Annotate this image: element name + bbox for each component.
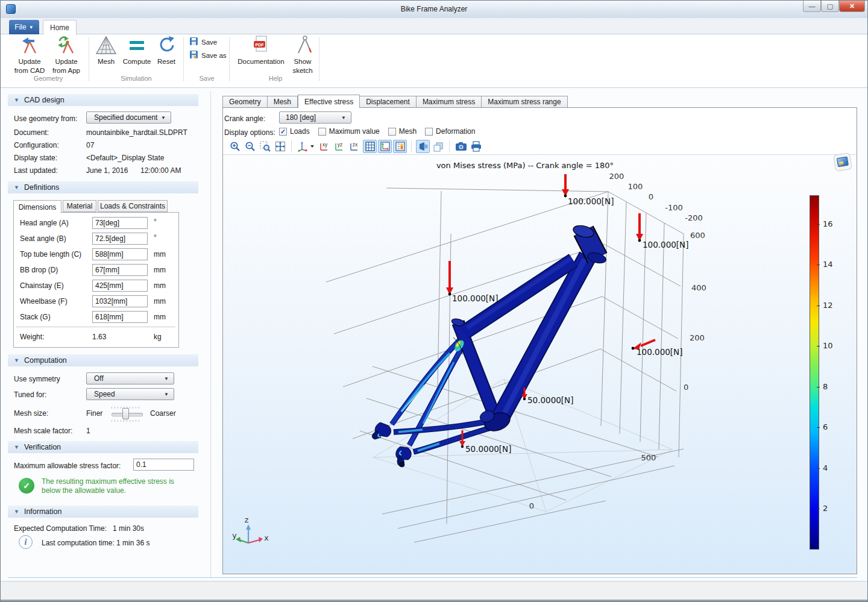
- axis-grid-wireframe: [326, 188, 684, 542]
- tab-maximum-stress[interactable]: Maximum stress: [417, 96, 482, 108]
- maximize-button[interactable]: ▢: [821, 1, 839, 12]
- configuration-value: 07: [86, 141, 94, 149]
- show-grid-icon[interactable]: [363, 140, 377, 153]
- tuned-for-dropdown[interactable]: Speed ▼: [86, 388, 174, 400]
- section-cad-design[interactable]: ▼ CAD design: [8, 94, 198, 106]
- checkbox-maximum-value[interactable]: Maximum value: [318, 127, 380, 136]
- display-options-label: Display options:: [224, 128, 275, 137]
- compute-button[interactable]: Compute: [121, 36, 153, 66]
- svg-text:-100: -100: [665, 203, 683, 212]
- tab-dimensions[interactable]: Dimensions: [13, 200, 61, 213]
- minimize-button[interactable]: —: [803, 1, 821, 12]
- close-button[interactable]: ✕: [839, 1, 865, 12]
- window-title: Bike Frame Analyzer: [1, 5, 867, 13]
- crank-angle-dropdown[interactable]: 180 [deg] ▼: [279, 111, 351, 124]
- view-zx-icon[interactable]: zx: [348, 140, 362, 153]
- show-axes-icon[interactable]: [378, 140, 392, 153]
- svg-text:100.000[N]: 100.000[N]: [643, 240, 688, 249]
- colorbar-tick: [817, 509, 820, 509]
- snapshot-icon[interactable]: [454, 140, 468, 153]
- coordinate-triad: z y x: [232, 515, 268, 543]
- print-icon[interactable]: [469, 140, 483, 153]
- chainstay-label: Chainstay (E): [20, 281, 64, 290]
- update-from-cad-button[interactable]: Update from CAD: [11, 36, 48, 75]
- toolbar-separator: [411, 140, 412, 152]
- scene-light-icon[interactable]: [416, 140, 430, 153]
- title-bar[interactable]: Bike Frame Analyzer: [1, 1, 867, 19]
- use-symmetry-dropdown[interactable]: Off ▼: [86, 372, 174, 384]
- head-angle-field[interactable]: 73[deg]: [92, 217, 148, 229]
- tab-displacement[interactable]: Displacement: [360, 96, 417, 108]
- section-verification[interactable]: ▼ Verification: [8, 441, 198, 453]
- svg-text:100.000[N]: 100.000[N]: [637, 347, 682, 357]
- mesh-size-slider-thumb[interactable]: [122, 408, 129, 419]
- max-allowable-stress-field[interactable]: 0.1: [133, 459, 194, 471]
- top-tube-length-field[interactable]: 588[mm]: [92, 248, 148, 260]
- reset-button[interactable]: Reset: [153, 36, 180, 66]
- bb-drop-unit: mm: [154, 266, 166, 274]
- tab-maximum-stress-range[interactable]: Maximum stress range: [482, 96, 567, 108]
- documentation-button[interactable]: PDF Documentation: [234, 36, 288, 66]
- collapse-triangle-icon: ▼: [14, 357, 19, 363]
- update-from-app-button[interactable]: Update from App: [49, 36, 84, 75]
- tab-geometry[interactable]: Geometry: [222, 96, 268, 108]
- show-sketch-icon: [293, 36, 312, 57]
- document-label: Document:: [14, 128, 49, 137]
- seat-angle-field[interactable]: 72.5[deg]: [92, 233, 148, 245]
- mesh-size-label: Mesh size:: [14, 409, 48, 418]
- tab-material[interactable]: Material: [63, 200, 96, 212]
- tab-home[interactable]: Home: [43, 20, 77, 35]
- svg-text:y: y: [232, 531, 237, 540]
- transparency-icon[interactable]: [431, 140, 445, 153]
- svg-text:0: 0: [684, 383, 688, 392]
- save-as-button[interactable]: Save as: [189, 49, 227, 61]
- checkbox-icon: ✓: [279, 128, 287, 136]
- group-label-help: Help: [234, 75, 316, 82]
- tab-loads-constraints[interactable]: Loads & Constraints: [98, 200, 168, 212]
- last-updated-date: June 1, 2016: [86, 166, 128, 175]
- checkbox-loads[interactable]: ✓ Loads: [279, 127, 310, 136]
- stack-field[interactable]: 618[mm]: [92, 311, 148, 323]
- view-xy-icon[interactable]: xy: [318, 140, 332, 153]
- colorbar-label: 10: [823, 341, 843, 351]
- max-allowable-stress-label: Maximum allowable stress factor:: [14, 462, 121, 470]
- show-legend-icon[interactable]: [393, 140, 407, 153]
- bb-drop-field[interactable]: 67[mm]: [92, 264, 148, 276]
- section-definitions[interactable]: ▼ Definitions: [8, 181, 198, 193]
- wheelbase-field[interactable]: 1032[mm]: [92, 295, 148, 307]
- colorbar-tick: [817, 224, 820, 225]
- tab-mesh[interactable]: Mesh: [268, 96, 298, 108]
- seat-angle-label: Seat angle (B): [20, 234, 66, 243]
- use-geometry-from-dropdown[interactable]: Specified document ▼: [86, 111, 171, 124]
- compute-icon: [127, 36, 147, 57]
- svg-text:PDF: PDF: [256, 43, 265, 47]
- file-menu-button[interactable]: File ▼: [9, 20, 39, 34]
- zoom-extents-icon[interactable]: [273, 140, 287, 153]
- zoom-in-icon[interactable]: [228, 140, 242, 153]
- view-orientation-icon[interactable]: [296, 140, 316, 153]
- colorbar-tick: [817, 346, 820, 346]
- section-information[interactable]: ▼ Information: [8, 506, 198, 518]
- comsol-logo-icon[interactable]: [833, 152, 852, 172]
- toolbar-separator: [291, 140, 292, 152]
- window-bottom-edge: [1, 600, 867, 602]
- bike-frame-model: [372, 224, 607, 467]
- stress-plot-3d-view[interactable]: 100.000[N] 100.000[N] 100.000[N] 100.000…: [223, 155, 857, 574]
- update-from-app-icon: [57, 36, 76, 57]
- show-sketch-button[interactable]: Show sketch: [289, 36, 316, 75]
- checkbox-deformation[interactable]: Deformation: [425, 127, 475, 136]
- chainstay-field[interactable]: 425[mm]: [92, 280, 148, 292]
- mesh-button[interactable]: Mesh: [92, 36, 120, 66]
- svg-text:600: 600: [690, 231, 705, 240]
- ribbon-separator: [229, 37, 230, 81]
- zoom-box-icon[interactable]: [258, 140, 272, 153]
- section-computation[interactable]: ▼ Computation: [8, 354, 198, 366]
- svg-text:200: 200: [609, 172, 624, 181]
- save-button[interactable]: Save: [189, 36, 217, 48]
- tab-effective-stress[interactable]: Effective stress: [298, 95, 360, 108]
- view-yz-icon[interactable]: yz: [333, 140, 347, 153]
- stress-colorbar: [810, 195, 819, 550]
- svg-text:400: 400: [691, 283, 706, 292]
- zoom-out-icon[interactable]: [243, 140, 257, 153]
- checkbox-mesh[interactable]: Mesh: [388, 127, 417, 136]
